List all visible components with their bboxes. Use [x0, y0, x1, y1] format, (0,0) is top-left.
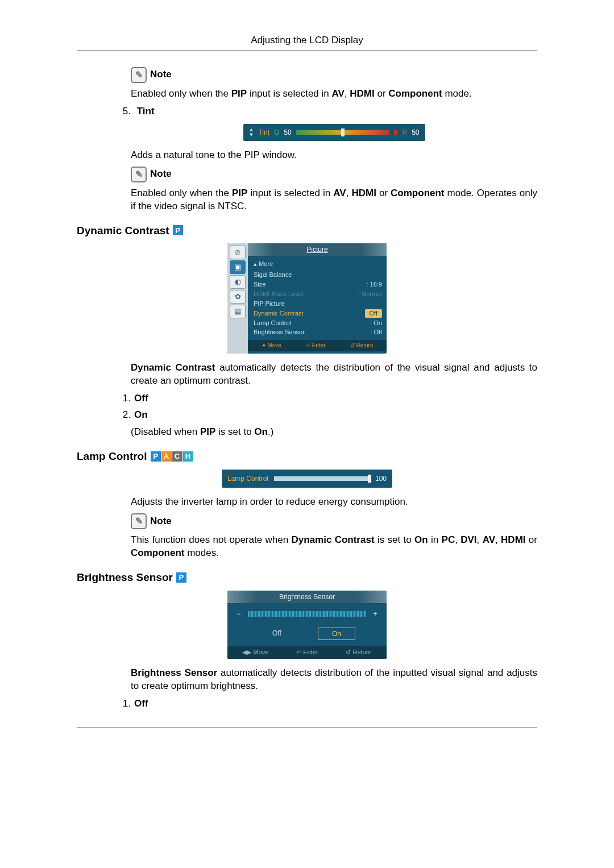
lc-note: This function does not operate when Dyna… — [131, 534, 537, 560]
note-icon: ✎ — [131, 67, 147, 83]
picture-menu-more[interactable]: ▴ More — [254, 260, 382, 268]
picture-icon[interactable]: ▣ — [230, 260, 246, 274]
tint-g-value: 50 — [284, 128, 291, 137]
picture-menu-row[interactable]: Sigal Balance — [254, 271, 382, 279]
top-rule — [77, 51, 537, 51]
note-icon: ✎ — [131, 167, 147, 182]
mode-badge-a: A — [161, 451, 172, 462]
picture-menu-sidebar: ⎚ ▣ ◐ ✿ ▤ — [227, 243, 248, 353]
list-item-tint: 5. Tint — [117, 105, 537, 118]
note-label: Note — [150, 68, 172, 81]
picture-menu-row[interactable]: PIP Picture — [254, 300, 382, 308]
tint-g-label: G — [274, 128, 279, 137]
mode-badge-p: P — [173, 225, 183, 235]
mode-badge-p: P — [176, 572, 186, 583]
bs-option-on[interactable]: On — [318, 628, 355, 640]
sound-icon[interactable]: ◐ — [230, 275, 246, 289]
heading-brightness-sensor: Brightness Sensor P — [77, 570, 537, 585]
page-header: Adjusting the LCD Display — [77, 34, 537, 47]
setup-icon[interactable]: ✿ — [230, 290, 246, 304]
tint-desc: Adds a natural tone to the PIP window. — [131, 149, 537, 162]
bs-slider[interactable] — [248, 611, 366, 617]
picture-menu-row[interactable]: Dynamic ContrastOff — [254, 309, 382, 318]
lamp-osd-label: Lamp Control — [227, 474, 268, 483]
bs-option-off[interactable]: Off — [259, 628, 295, 640]
picture-menu-osd: ⎚ ▣ ◐ ✿ ▤ Picture ▴ More Sigal BalanceSi… — [227, 243, 387, 353]
lc-desc: Adjusts the inverter lamp in order to re… — [131, 496, 537, 509]
note-text-1: Enabled only when the PIP input is selec… — [131, 88, 537, 101]
tint-r-value: 50 — [412, 128, 419, 137]
picture-menu-footer: ✦ Move ⏎ Enter ↺ Return — [248, 340, 387, 351]
tint-osd: ▲▼ Tint G 50 R 50 — [243, 124, 425, 141]
picture-menu-title: Picture — [248, 243, 387, 256]
dc-disabled-note: (Disabled when PIP is set to On.) — [131, 426, 537, 439]
picture-menu-row[interactable]: HDMI Black Level: Normal — [254, 290, 382, 298]
list-item-dc-off: 1.Off — [117, 392, 537, 405]
bottom-rule — [77, 728, 537, 728]
heading-dynamic-contrast: Dynamic Contrast P — [77, 223, 537, 238]
multi-icon[interactable]: ▤ — [230, 305, 246, 318]
dc-desc: Dynamic Contrast automatically detects t… — [131, 362, 537, 388]
mode-badge-c: C — [172, 451, 182, 462]
note-label: Note — [150, 515, 172, 528]
lamp-slider-thumb[interactable] — [368, 475, 371, 483]
note-text-2: Enabled only when the PIP input is selec… — [131, 187, 537, 213]
list-item-bs-off: 1.Off — [117, 697, 537, 711]
bs-osd-title: Brightness Sensor — [227, 591, 387, 604]
picture-menu-row[interactable]: Brightness Sensor: Off — [254, 328, 382, 337]
lamp-slider[interactable] — [274, 476, 370, 481]
note-icon: ✎ — [131, 513, 147, 529]
minus-icon[interactable]: − — [235, 609, 242, 618]
mode-badge-h: H — [183, 451, 193, 462]
mode-badge-p: P — [151, 451, 161, 462]
picture-menu-row[interactable]: Size: 16:9 — [254, 280, 382, 289]
picture-menu-row[interactable]: Lamp Control: On — [254, 319, 382, 327]
heading-lamp-control: Lamp Control P A C H — [77, 449, 537, 464]
updown-icon: ▲▼ — [249, 127, 254, 138]
tint-slider[interactable] — [296, 130, 390, 135]
bs-desc: Brightness Sensor automatically detects … — [131, 667, 537, 693]
tint-r-label: R — [402, 128, 407, 137]
source-icon[interactable]: ⎚ — [230, 246, 246, 259]
bs-osd-footer: ◀▶ Move ⏎ Enter ↺ Return — [227, 646, 387, 659]
lamp-osd-value: 100 — [375, 474, 387, 483]
note-label: Note — [150, 168, 172, 181]
tint-osd-label: Tint — [258, 128, 269, 137]
tint-slider-thumb[interactable] — [341, 128, 345, 136]
brightness-sensor-osd: Brightness Sensor − + Off On ◀▶ Move ⏎ E… — [227, 591, 387, 659]
lamp-osd: Lamp Control 100 — [222, 470, 392, 488]
tint-end-icon — [394, 130, 397, 135]
list-item-dc-on: 2.On — [117, 409, 537, 422]
plus-icon[interactable]: + — [372, 609, 379, 618]
